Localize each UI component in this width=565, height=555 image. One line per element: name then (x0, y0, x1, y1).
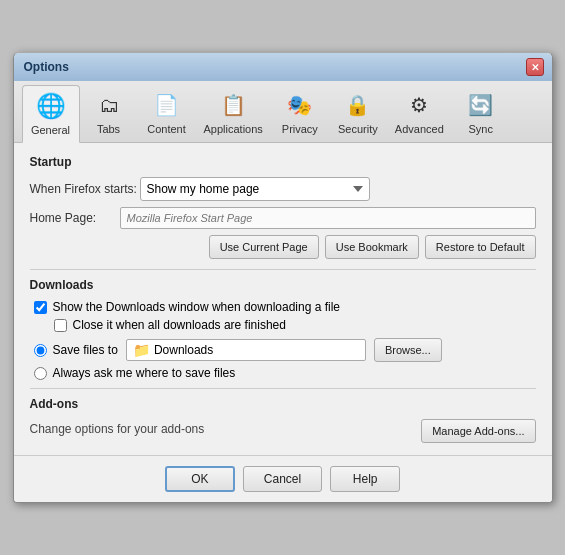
when-starts-label: When Firefox starts: (30, 182, 140, 196)
footer-bar: OK Cancel Help (14, 455, 552, 502)
ask-save-radio[interactable] (34, 367, 47, 380)
content-icon: 📄 (151, 89, 183, 121)
addons-description: Change options for your add-ons (30, 422, 205, 436)
save-files-row: Save files to 📁 Downloads Browse... (30, 338, 536, 362)
addons-title: Add-ons (30, 397, 536, 411)
general-icon: 🌐 (35, 90, 67, 122)
homepage-input[interactable] (120, 207, 536, 229)
tab-applications-label: Applications (204, 123, 263, 135)
restore-default-button[interactable]: Restore to Default (425, 235, 536, 259)
tab-general-label: General (31, 124, 70, 136)
startup-dropdown[interactable]: Show my home pageShow a blank pageShow m… (140, 177, 370, 201)
startup-buttons: Use Current Page Use Bookmark Restore to… (30, 235, 536, 259)
close-button[interactable]: ✕ (526, 58, 544, 76)
applications-icon: 📋 (217, 89, 249, 121)
use-current-page-button[interactable]: Use Current Page (209, 235, 319, 259)
tab-advanced[interactable]: ⚙ Advanced (387, 85, 452, 142)
downloads-path-display: 📁 Downloads (126, 339, 366, 361)
tab-security-label: Security (338, 123, 378, 135)
downloads-section: Downloads Show the Downloads window when… (30, 278, 536, 380)
downloads-title: Downloads (30, 278, 536, 292)
downloads-path-text: Downloads (154, 343, 213, 357)
use-bookmark-button[interactable]: Use Bookmark (325, 235, 419, 259)
close-downloads-checkbox[interactable] (54, 319, 67, 332)
privacy-icon: 🎭 (284, 89, 316, 121)
close-downloads-row: Close it when all downloads are finished (30, 318, 536, 332)
cancel-button[interactable]: Cancel (243, 466, 322, 492)
browse-button[interactable]: Browse... (374, 338, 442, 362)
security-icon: 🔒 (342, 89, 374, 121)
help-button[interactable]: Help (330, 466, 400, 492)
ok-button[interactable]: OK (165, 466, 235, 492)
title-bar: Options ✕ (14, 53, 552, 81)
advanced-icon: ⚙ (403, 89, 435, 121)
save-files-radio[interactable] (34, 344, 47, 357)
tab-tabs-label: Tabs (97, 123, 120, 135)
tab-privacy-label: Privacy (282, 123, 318, 135)
when-starts-row: When Firefox starts: Show my home pageSh… (30, 177, 536, 201)
show-downloads-label: Show the Downloads window when downloadi… (53, 300, 341, 314)
tab-content[interactable]: 📄 Content (138, 85, 196, 142)
tab-sync[interactable]: 🔄 Sync (452, 85, 510, 142)
tabs-icon: 🗂 (93, 89, 125, 121)
addons-row: Change options for your add-ons Manage A… (30, 419, 536, 443)
homepage-label: Home Page: (30, 211, 120, 225)
tab-general[interactable]: 🌐 General (22, 85, 80, 143)
tab-privacy[interactable]: 🎭 Privacy (271, 85, 329, 142)
tab-tabs[interactable]: 🗂 Tabs (80, 85, 138, 142)
sync-icon: 🔄 (465, 89, 497, 121)
show-downloads-row: Show the Downloads window when downloadi… (30, 300, 536, 314)
ask-save-row: Always ask me where to save files (30, 366, 536, 380)
ask-save-label: Always ask me where to save files (53, 366, 236, 380)
save-files-label: Save files to (53, 343, 118, 357)
tabs-toolbar: 🌐 General 🗂 Tabs 📄 Content 📋 Application… (14, 81, 552, 143)
startup-section: Startup When Firefox starts: Show my hom… (30, 155, 536, 259)
tab-advanced-label: Advanced (395, 123, 444, 135)
tab-content-label: Content (147, 123, 186, 135)
tab-sync-label: Sync (469, 123, 493, 135)
separator-1 (30, 269, 536, 270)
content-area: Startup When Firefox starts: Show my hom… (14, 143, 552, 455)
manage-addons-button[interactable]: Manage Add-ons... (421, 419, 535, 443)
homepage-row: Home Page: (30, 207, 536, 229)
startup-title: Startup (30, 155, 536, 169)
addons-section: Add-ons Change options for your add-ons … (30, 397, 536, 443)
folder-icon: 📁 (133, 342, 150, 358)
window-title: Options (24, 60, 69, 74)
separator-2 (30, 388, 536, 389)
tab-security[interactable]: 🔒 Security (329, 85, 387, 142)
close-downloads-label: Close it when all downloads are finished (73, 318, 286, 332)
options-window: Options ✕ 🌐 General 🗂 Tabs 📄 Content 📋 A… (13, 52, 553, 503)
tab-applications[interactable]: 📋 Applications (196, 85, 271, 142)
show-downloads-checkbox[interactable] (34, 301, 47, 314)
